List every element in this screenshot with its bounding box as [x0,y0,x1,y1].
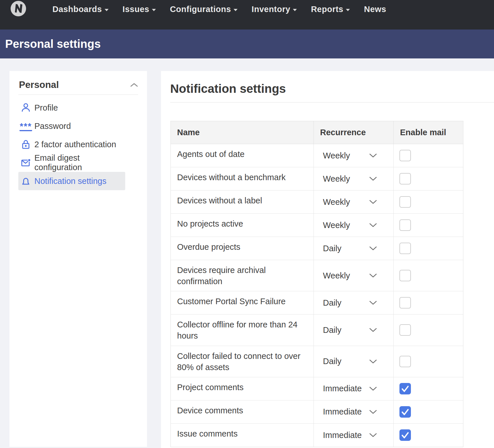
recurrence-value: Immediate [323,431,362,440]
recurrence-value: Daily [323,244,341,253]
notification-name: Issue comments [171,424,313,447]
sidebar-item-profile[interactable]: Profile [18,99,125,117]
circle-n-logo-icon [10,1,26,17]
nav-item-news[interactable]: News [364,5,386,14]
sidebar-item-2-factor-authentication[interactable]: 2 factor authentication [18,135,125,154]
enable-mail-checkbox[interactable] [399,383,411,394]
caret-down-icon [152,9,156,11]
notification-name: Collector offline for more than 24 hours [171,315,313,345]
enable-mail-cell [393,214,463,237]
personal-settings-page: { "colors": { "navbar_bg": "#2a2c31", "p… [0,0,494,448]
enable-mail-cell [393,315,463,345]
chevron-up-icon[interactable] [130,82,138,87]
recurrence-select[interactable]: Daily [314,244,393,253]
sidebar-section-title: Personal [19,79,59,90]
enable-mail-checkbox[interactable] [399,219,411,231]
enable-mail-checkbox[interactable] [399,150,411,161]
chevron-down-icon [369,273,377,278]
recurrence-select[interactable]: Daily [314,357,393,366]
column-header-name: Name [171,121,313,144]
notification-name: Overdue projects [171,237,313,260]
recurrence-cell: Immediate [313,400,393,423]
enable-mail-checkbox[interactable] [399,356,411,367]
user-icon [21,103,31,113]
top-navbar: Dashboards Issues Configurations Invento… [0,0,494,30]
password-asterisks-icon: *** [21,121,31,131]
enable-mail-checkbox[interactable] [399,270,411,281]
nav-item-label: Reports [311,5,343,14]
nav-item-configurations[interactable]: Configurations [170,5,238,14]
sidebar-item-password[interactable]: *** Password [18,117,125,135]
table-row: Device comments Immediate [171,400,463,424]
notification-name: Project comments [171,377,313,400]
page-header: Personal settings [0,30,494,58]
enable-mail-checkbox[interactable] [399,406,411,418]
enable-mail-cell [393,377,463,400]
nav-item-inventory[interactable]: Inventory [252,5,297,14]
recurrence-value: Weekly [323,174,350,184]
chevron-down-icon [369,176,377,181]
sidebar-item-label: Profile [34,103,58,113]
sidebar-item-label: 2 factor authentication [34,140,116,149]
table-row: Project comments Immediate [171,377,463,400]
nav-menu: Dashboards Issues Configurations Invento… [52,0,386,18]
sidebar-item-label: Password [34,121,71,131]
recurrence-cell: Daily [313,237,393,260]
table-row: Overdue projects Daily [171,237,463,260]
enable-mail-cell [393,291,463,314]
sidebar-item-email-digest-configuration[interactable]: Email digest configuration [18,154,125,172]
recurrence-select[interactable]: Immediate [314,384,393,393]
caret-down-icon [105,9,109,11]
recurrence-select[interactable]: Immediate [314,407,393,416]
recurrence-select[interactable]: Weekly [314,197,393,207]
enable-mail-checkbox[interactable] [399,196,411,208]
lock-icon [21,139,31,150]
recurrence-value: Daily [323,325,341,335]
content-title: Notification settings [170,82,286,96]
nav-item-issues[interactable]: Issues [123,5,156,14]
enable-mail-checkbox[interactable] [399,297,411,309]
nav-item-label: Configurations [170,5,231,14]
recurrence-cell: Immediate [313,377,393,400]
nav-item-reports[interactable]: Reports [311,5,350,14]
enable-mail-checkbox[interactable] [399,243,411,254]
sidebar-item-label: Email digest configuration [34,153,125,172]
settings-sidebar: Personal Profile *** Password 2 factor a… [9,71,147,447]
chevron-down-icon [369,410,377,414]
chevron-down-icon [369,300,377,305]
sidebar-section-header[interactable]: Personal [19,77,138,92]
recurrence-cell: Immediate [313,424,393,447]
enable-mail-checkbox[interactable] [399,173,411,184]
bell-icon [21,176,31,186]
nav-item-dashboards[interactable]: Dashboards [52,5,109,14]
recurrence-cell: Weekly [313,167,393,190]
notification-name: Device comments [171,400,313,423]
table-row: Devices without a benchmark Weekly [171,167,463,190]
notification-name: Agents out of date [171,144,313,167]
enable-mail-checkbox[interactable] [399,324,411,336]
recurrence-select[interactable]: Weekly [314,151,393,160]
recurrence-select[interactable]: Daily [314,298,393,308]
recurrence-select[interactable]: Weekly [314,221,393,230]
notification-name: Collector failed to connect to over 80% … [171,346,313,377]
recurrence-value: Daily [323,357,341,366]
recurrence-cell: Weekly [313,144,393,167]
recurrence-select[interactable]: Immediate [314,431,393,440]
chevron-down-icon [369,386,377,391]
sidebar-item-notification-settings[interactable]: Notification settings [18,172,125,190]
enable-mail-cell [393,190,463,213]
recurrence-select[interactable]: Daily [314,325,393,335]
recurrence-select[interactable]: Weekly [314,174,393,184]
lock-icon [21,139,31,150]
notification-name: Devices without a benchmark [171,167,313,190]
app-logo[interactable] [10,1,26,17]
chevron-down-icon [369,153,377,158]
mail-badge-icon [21,158,31,168]
recurrence-select[interactable]: Weekly [314,271,393,280]
enable-mail-cell [393,400,463,423]
recurrence-value: Immediate [323,407,362,416]
enable-mail-checkbox[interactable] [399,429,411,441]
bell-icon [21,176,31,186]
nav-item-label: Issues [123,5,149,14]
chevron-down-icon [369,433,377,437]
